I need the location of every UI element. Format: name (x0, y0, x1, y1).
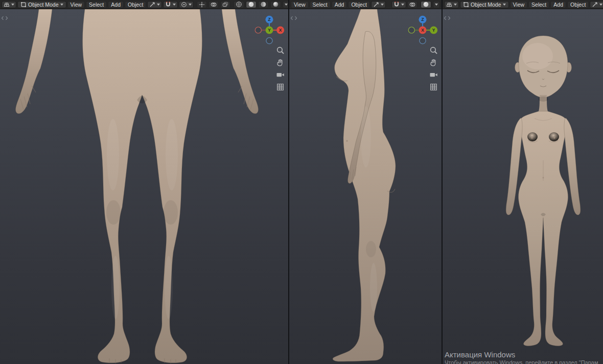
axis-x-label: X (421, 28, 424, 33)
shading-wireframe-button[interactable] (234, 1, 244, 8)
viewport-canvas-side[interactable]: Z Y X (289, 9, 442, 364)
menu-view[interactable]: View (291, 1, 309, 8)
menu-view[interactable]: View (67, 1, 85, 8)
shading-solid-button[interactable] (421, 1, 431, 8)
snap-button[interactable] (391, 1, 406, 8)
chevron-down-icon (285, 4, 288, 6)
pane-side-view: View Select Add Object (289, 0, 442, 364)
shading-solid-button[interactable] (246, 1, 257, 8)
xray-icon (222, 2, 228, 8)
menu-select[interactable]: Select (310, 1, 331, 8)
chevron-down-icon (173, 4, 176, 6)
model-front-full-body[interactable] (443, 9, 603, 364)
pane-front-view: Object Mode View Select Add Object (0, 0, 288, 364)
magnet-icon (393, 2, 400, 8)
transform-orientation-button[interactable] (590, 1, 603, 8)
overlays-icon (409, 2, 415, 8)
show-overlays-button[interactable] (208, 1, 219, 8)
shading-material-button[interactable] (258, 1, 269, 8)
navigation-gizmo[interactable]: Z X Y (253, 14, 286, 46)
editor-type-button[interactable] (2, 1, 16, 8)
chevron-down-icon (401, 4, 404, 6)
camera-icon[interactable] (276, 70, 285, 79)
sidebar-toggle-icon[interactable] (290, 16, 297, 20)
pan-hand-icon[interactable] (429, 58, 438, 67)
chevron-down-icon (60, 4, 63, 6)
shading-options-button[interactable] (433, 1, 440, 8)
menu-add[interactable]: Add (108, 1, 124, 8)
wireframe-sphere-icon (236, 1, 242, 8)
viewport-tools (276, 46, 285, 91)
shading-options-button[interactable] (283, 1, 288, 8)
material-sphere-icon (260, 1, 267, 8)
viewport-header-2: View Select Add Object (289, 0, 442, 9)
menu-object[interactable]: Object (567, 1, 589, 8)
camera-icon[interactable] (429, 70, 438, 79)
grid-icon[interactable] (276, 83, 285, 91)
model-front-lower-body[interactable] (0, 9, 288, 364)
blender-window: Object Mode View Select Add Object (0, 0, 603, 364)
mode-select-button[interactable]: Object Mode (460, 1, 509, 8)
transform-orientation-button[interactable] (371, 1, 386, 8)
menu-view[interactable]: View (510, 1, 528, 8)
magnet-icon (165, 2, 171, 8)
zoom-icon[interactable] (429, 46, 438, 55)
editor-type-button[interactable] (444, 1, 459, 8)
viewport-header-3: Object Mode View Select Add Object (443, 0, 603, 9)
navigation-gizmo[interactable]: Z Y X (406, 14, 439, 46)
chevron-down-icon (157, 4, 160, 6)
chevron-down-icon (189, 4, 192, 6)
transform-orientation-icon (373, 2, 379, 8)
mode-label: Object Mode (471, 2, 501, 8)
chevron-down-icon (11, 4, 14, 6)
axis-y-label: Y (268, 28, 271, 33)
chevron-down-icon (381, 4, 384, 6)
axis-z-label: Z (268, 17, 270, 22)
proportional-editing-button[interactable] (179, 1, 194, 8)
mode-select-button[interactable]: Object Mode (17, 1, 66, 8)
model-side-full-body[interactable] (289, 9, 442, 364)
overlay-group (196, 1, 231, 8)
object-mode-icon (463, 2, 469, 8)
zoom-icon[interactable] (276, 46, 285, 55)
viewport-canvas-front[interactable]: Z X Y (0, 9, 288, 364)
show-gizmo-button[interactable] (197, 1, 207, 8)
axis-y-label: Y (432, 28, 435, 33)
pane-front-full-view: Object Mode View Select Add Object (443, 0, 603, 364)
viewport-editor-icon (4, 2, 10, 8)
menu-add[interactable]: Add (550, 1, 566, 8)
menu-object[interactable]: Object (348, 1, 369, 8)
transform-orientation-icon (592, 2, 598, 8)
transform-orientation-button[interactable] (147, 1, 162, 8)
menu-select[interactable]: Select (528, 1, 549, 8)
shading-group (233, 1, 288, 8)
chevron-down-icon (599, 4, 602, 6)
shading-group (420, 1, 440, 8)
gizmo-overlay-icon (199, 2, 205, 8)
transform-orientation-icon (149, 2, 155, 8)
menu-object[interactable]: Object (125, 1, 146, 8)
chevron-down-icon (503, 4, 506, 6)
axis-z-label: Z (421, 17, 424, 22)
proportional-editing-icon (181, 2, 187, 8)
viewport-canvas-front-full[interactable]: Активация Windows Чтобы активировать Win… (443, 9, 603, 364)
viewport-editor-icon (446, 2, 452, 8)
menu-select[interactable]: Select (86, 1, 107, 8)
viewport-header-1: Object Mode View Select Add Object (0, 0, 288, 9)
show-overlays-button[interactable] (407, 1, 418, 8)
mode-label: Object Mode (28, 2, 59, 8)
sidebar-toggle-icon[interactable] (444, 16, 451, 20)
solid-sphere-icon (423, 1, 429, 8)
chevron-down-icon (435, 4, 438, 6)
axis-x-label: X (279, 28, 282, 33)
pan-hand-icon[interactable] (276, 58, 285, 67)
shading-rendered-button[interactable] (270, 1, 281, 8)
menu-add[interactable]: Add (332, 1, 347, 8)
solid-sphere-icon (248, 1, 254, 8)
xray-toggle-button[interactable] (220, 1, 230, 8)
sidebar-toggle-icon[interactable] (1, 16, 8, 20)
overlays-icon (211, 2, 217, 8)
grid-icon[interactable] (429, 83, 438, 91)
snap-button[interactable] (163, 1, 178, 8)
object-mode-icon (20, 2, 27, 8)
